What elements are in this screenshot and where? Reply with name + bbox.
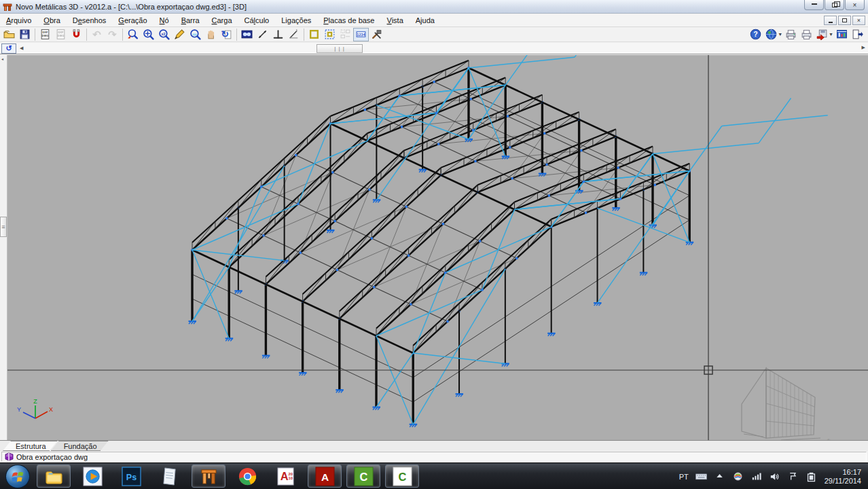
- select-center-button[interactable]: [322, 28, 338, 41]
- notepad-icon: [160, 467, 180, 486]
- tray-time: 16:17: [825, 468, 861, 477]
- export-file-dropdown-icon[interactable]: ▼: [829, 32, 833, 37]
- taskbar-explorer[interactable]: [37, 465, 71, 488]
- mdi-minimize-button[interactable]: [824, 16, 837, 25]
- edit-zoom-button[interactable]: [172, 28, 187, 41]
- print-button[interactable]: [783, 28, 799, 41]
- measure-button[interactable]: [255, 28, 270, 41]
- tray-date: 29/11/2014: [825, 477, 861, 486]
- statusbar: Obra exportaçao dwg: [0, 451, 868, 463]
- taskbar-chrome[interactable]: [230, 465, 264, 488]
- web-services-button[interactable]: [763, 28, 779, 41]
- pan-button[interactable]: [203, 28, 219, 41]
- menu-carga[interactable]: Carga: [206, 15, 238, 26]
- show-hidden-icon[interactable]: [714, 471, 725, 482]
- zoom-extents-button[interactable]: [141, 28, 156, 41]
- minimize-button[interactable]: [804, 0, 824, 10]
- 3d-model-canvas[interactable]: ESCOLA DE SOFTWARE®APRENDENDO NA PRÁTICA…: [0, 55, 868, 440]
- restore-button[interactable]: [825, 0, 844, 10]
- status-text: Obra exportaçao dwg: [16, 453, 88, 461]
- zoom-previous-button[interactable]: [187, 28, 203, 41]
- print-preview-button[interactable]: [799, 28, 814, 41]
- minimize-icon: [812, 3, 817, 5]
- export-file-button[interactable]: [814, 28, 830, 41]
- bar-numbering-button[interactable]: 1234: [353, 28, 369, 41]
- network-icon[interactable]: [751, 471, 762, 482]
- tools-options-icon: [371, 29, 382, 40]
- zoom-window-button[interactable]: [125, 28, 141, 41]
- menu-ajuda[interactable]: Ajuda: [410, 15, 441, 26]
- taskbar-adobe-reader[interactable]: A: [308, 465, 342, 488]
- zoom-previous-icon: [189, 29, 201, 40]
- snap-magnet-button[interactable]: [69, 28, 84, 41]
- close-button[interactable]: ×: [845, 0, 865, 10]
- taskbar-camtasia-studio[interactable]: C: [346, 465, 380, 488]
- volume-icon[interactable]: [769, 471, 780, 482]
- menu-liga-es[interactable]: Ligações: [275, 15, 317, 26]
- web-services-dropdown-icon[interactable]: ▼: [778, 32, 782, 37]
- menu-desenhos[interactable]: Desenhos: [67, 15, 113, 26]
- redraw-view-icon: ↻: [221, 29, 232, 40]
- bar-numbering-icon: 1234: [355, 29, 367, 40]
- vertical-splitter-handle[interactable]: ≡: [0, 217, 7, 237]
- tab-estrutura[interactable]: Estrutura: [3, 441, 58, 451]
- clock[interactable]: 16:17 29/11/2014: [825, 468, 861, 486]
- horizontal-splitter-handle[interactable]: | | |: [317, 44, 363, 53]
- battery-icon[interactable]: [806, 471, 817, 482]
- menu-placas-de-base[interactable]: Placas de base: [317, 15, 380, 26]
- zoom-x2-button[interactable]: x2: [156, 28, 172, 41]
- export-dxf-dwg-icon: DXFDWG: [55, 29, 67, 40]
- tab-fundao[interactable]: Fundação: [51, 441, 109, 451]
- windows-update-icon[interactable]: [732, 471, 744, 482]
- axis-triad-icon: ZXY: [17, 398, 53, 418]
- svg-text:10: 10: [288, 476, 292, 480]
- small-grid-button[interactable]: [338, 28, 353, 41]
- select-window-button[interactable]: [306, 28, 322, 41]
- tools-options-button[interactable]: [369, 28, 384, 41]
- menu-gera-o[interactable]: Geração: [112, 15, 153, 26]
- taskbar-media-player[interactable]: [75, 465, 109, 488]
- help-icon: ?: [750, 29, 761, 40]
- mdi-close-icon: ×: [857, 17, 861, 24]
- mdi-restore-button[interactable]: [838, 16, 851, 25]
- taskbar-metalicas3d[interactable]: [192, 465, 225, 488]
- open-button[interactable]: [1, 28, 17, 41]
- language-indicator[interactable]: PT: [679, 473, 689, 481]
- menu-vista[interactable]: Vista: [381, 15, 410, 26]
- save-button[interactable]: [17, 28, 33, 41]
- keyboard-icon[interactable]: [695, 471, 707, 482]
- action-center-icon[interactable]: [787, 471, 799, 482]
- undo-button[interactable]: ↶: [89, 28, 105, 41]
- escola-de-software-watermark: ESCOLA DE SOFTWARE®APRENDENDO NA PRÁTICA: [735, 368, 831, 440]
- mdi-close-button[interactable]: ×: [852, 16, 865, 25]
- export-dxf-dwg-button[interactable]: DXFDWG: [53, 28, 69, 41]
- menu-n-[interactable]: Nó: [153, 15, 175, 26]
- report-panel-button[interactable]: [834, 28, 850, 41]
- menu-obra[interactable]: Obra: [37, 15, 66, 26]
- taskbar-photoshop[interactable]: Ps: [114, 465, 148, 488]
- scroll-left-icon[interactable]: ◀: [16, 46, 26, 51]
- menu-arquivo[interactable]: Arquivo: [0, 15, 37, 26]
- taskbar-camtasia-recorder[interactable]: C: [385, 465, 419, 488]
- svg-text:1234: 1234: [357, 33, 365, 37]
- taskbar-autocad[interactable]: A2010: [269, 465, 303, 488]
- dimension-button[interactable]: [286, 28, 302, 41]
- toolbar-separator: [304, 29, 304, 41]
- menu-barra[interactable]: Barra: [175, 15, 206, 26]
- menu-c-lculo[interactable]: Cálculo: [238, 15, 276, 26]
- exit-button[interactable]: [850, 28, 865, 41]
- report-panel-icon: [836, 29, 848, 40]
- panel-arrow-icon[interactable]: ◂: [1, 56, 3, 61]
- help-button[interactable]: ?: [748, 28, 763, 41]
- ortho-button[interactable]: [270, 28, 286, 41]
- metalicas3d-icon: [199, 467, 219, 486]
- redraw-view-button[interactable]: ↻: [219, 28, 234, 41]
- scroll-right-icon[interactable]: ▶: [862, 45, 865, 50]
- import-dxf-dwg-button[interactable]: DXFDWG: [37, 28, 53, 41]
- taskbar-notepad[interactable]: [153, 465, 187, 488]
- redo-button[interactable]: ↷: [105, 28, 120, 41]
- svg-text:X: X: [49, 406, 53, 413]
- start-button[interactable]: [5, 465, 30, 488]
- rotate-view-button[interactable]: ↺: [1, 43, 16, 54]
- search-window-button[interactable]: [239, 28, 255, 41]
